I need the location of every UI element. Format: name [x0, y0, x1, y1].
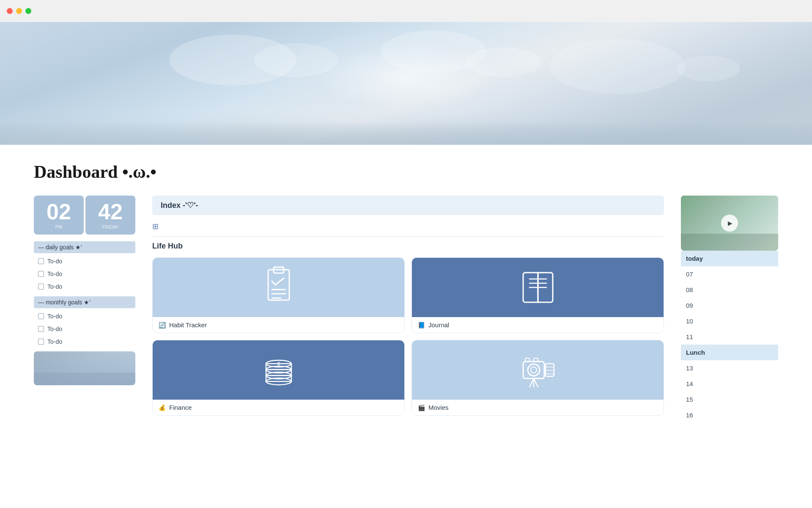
daily-checkbox-2[interactable]: [38, 271, 44, 277]
movies-icon-area: [412, 340, 664, 400]
monthly-todo-1[interactable]: To-do: [34, 310, 135, 323]
monthly-checkbox-3[interactable]: [38, 339, 44, 345]
movies-label-area: 🎬 Movies: [412, 400, 664, 415]
minimize-button[interactable]: [16, 8, 22, 14]
monthly-todo-label-3: To-do: [47, 338, 62, 345]
middle-column: Index -'♡'- ⊞ Life Hub: [152, 196, 664, 416]
schedule-lunch: Lunch: [681, 345, 778, 360]
clock-hour-block: 02 PM: [34, 196, 84, 235]
close-button[interactable]: [7, 8, 13, 14]
daily-todo-3[interactable]: To-do: [34, 280, 135, 293]
left-thumbnail: [34, 351, 135, 385]
page-title: Dashboard •.ω.•: [34, 162, 778, 182]
play-button[interactable]: [721, 215, 738, 232]
clock-hour: 02: [41, 201, 77, 223]
schedule-time-08: 08: [681, 282, 778, 298]
hero-banner: [0, 22, 812, 145]
movies-icon: 🎬: [418, 404, 425, 411]
cards-grid: 🔄 Habit Tracker: [152, 257, 664, 416]
monthly-todo-label-2: To-do: [47, 326, 62, 332]
schedule-time-11: 11: [681, 329, 778, 345]
schedule-time-15: 15: [681, 392, 778, 407]
svg-line-25: [529, 378, 534, 387]
monthly-todo-label-1: To-do: [47, 313, 62, 320]
finance-label-area: 💰 Finance: [153, 400, 404, 415]
daily-todo-label-1: To-do: [47, 258, 62, 265]
schedule: today 07 08 09 10 11 Lunch 13 14 15 16: [681, 251, 778, 423]
journal-card[interactable]: 📘 Journal: [411, 257, 664, 333]
finance-icon: 💰: [159, 404, 166, 411]
clock-widget: 02 PM 42 FRIDAY: [34, 196, 135, 235]
camera-icon: [519, 351, 557, 389]
schedule-time-13: 13: [681, 360, 778, 376]
clock-period: PM: [41, 224, 77, 229]
habit-tracker-label-area: 🔄 Habit Tracker: [153, 317, 404, 333]
schedule-time-07: 07: [681, 266, 778, 282]
svg-rect-28: [546, 364, 554, 376]
daily-todo-label-3: To-do: [47, 283, 62, 290]
monthly-checkbox-1[interactable]: [38, 313, 44, 319]
movies-label: Movies: [428, 404, 449, 411]
habit-tracker-icon-area: [153, 258, 404, 317]
daily-checkbox-1[interactable]: [38, 258, 44, 264]
book-icon: [519, 268, 557, 306]
monthly-checkbox-2[interactable]: [38, 326, 44, 332]
habit-tracker-card[interactable]: 🔄 Habit Tracker: [152, 257, 405, 333]
journal-icon-area: [412, 258, 664, 317]
movies-card[interactable]: 🎬 Movies: [411, 340, 664, 416]
svg-line-27: [534, 378, 538, 387]
daily-goals-header: — daily goals ★': [34, 241, 135, 253]
maximize-button[interactable]: [25, 8, 31, 14]
left-column: 02 PM 42 FRIDAY — daily goals ★' To-do T…: [34, 196, 135, 385]
finance-label: Finance: [169, 404, 192, 411]
daily-todo-2[interactable]: To-do: [34, 268, 135, 280]
grid-icon: ⊞: [152, 222, 159, 231]
clock-minute-block: 42 FRIDAY: [85, 196, 135, 235]
svg-point-22: [531, 367, 537, 373]
schedule-time-14: 14: [681, 376, 778, 392]
schedule-time-10: 10: [681, 313, 778, 329]
clipboard-icon: [262, 266, 296, 309]
dollar-icon: $: [260, 351, 298, 389]
main-content: Dashboard •.ω.• 02 PM 42 FRIDAY — daily …: [0, 145, 812, 440]
clock-day: FRIDAY: [92, 224, 129, 229]
life-hub-title: Life Hub: [152, 242, 664, 251]
svg-rect-0: [268, 270, 289, 300]
index-header: Index -'♡'-: [152, 196, 664, 215]
schedule-today: today: [681, 251, 778, 266]
daily-todo-1[interactable]: To-do: [34, 255, 135, 268]
schedule-time-16: 16: [681, 407, 778, 423]
habit-tracker-label: Habit Tracker: [169, 321, 207, 329]
section-divider: [152, 236, 664, 237]
monthly-todo-2[interactable]: To-do: [34, 323, 135, 335]
habit-tracker-icon: 🔄: [159, 322, 166, 329]
svg-text:$: $: [277, 362, 280, 366]
monthly-todo-3[interactable]: To-do: [34, 335, 135, 348]
monthly-goals-header: — monthly goals ★': [34, 296, 135, 308]
right-column: today 07 08 09 10 11 Lunch 13 14 15 16: [681, 196, 778, 423]
svg-point-21: [528, 364, 540, 376]
clock-minute: 42: [92, 201, 129, 223]
finance-card[interactable]: $ 💰 Finance: [152, 340, 405, 416]
journal-icon: 📘: [418, 322, 425, 329]
titlebar: [0, 0, 812, 22]
daily-todo-label-2: To-do: [47, 271, 62, 277]
video-thumbnail[interactable]: [681, 196, 778, 251]
finance-icon-area: $: [153, 340, 404, 400]
journal-label-area: 📘 Journal: [412, 317, 664, 333]
columns-layout: 02 PM 42 FRIDAY — daily goals ★' To-do T…: [34, 196, 778, 423]
journal-label: Journal: [428, 321, 449, 329]
daily-checkbox-3[interactable]: [38, 284, 44, 290]
schedule-time-09: 09: [681, 298, 778, 313]
